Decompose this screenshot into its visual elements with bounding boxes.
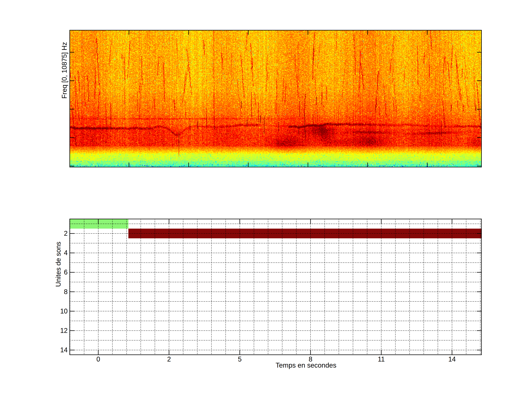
spectrogram-axes <box>70 30 482 167</box>
x-tick-label-0: 0 <box>87 355 109 363</box>
y-tick-label-2: 2 <box>38 230 68 237</box>
y-tick-label-14: 14 <box>38 346 68 354</box>
y-tick-label-12: 12 <box>38 327 68 335</box>
spectrogram-plot-area <box>70 30 482 167</box>
spectrogram-frame <box>70 30 481 167</box>
x-tick-label-14: 14 <box>441 355 463 363</box>
y-tick-label-6: 6 <box>38 268 68 276</box>
units-plot-frame <box>70 219 481 355</box>
x-tick-label-5: 5 <box>229 355 251 363</box>
y-tick-label-4: 4 <box>38 249 68 257</box>
y-tick-label-8: 8 <box>38 288 68 296</box>
x-tick-label-8: 8 <box>299 355 322 363</box>
x-tick-label-2: 2 <box>158 355 180 363</box>
units-plot-area <box>70 219 482 355</box>
x-tick-label-11: 11 <box>370 355 392 363</box>
matlab-figure: Freq [0, 10875] Hz Unites de sons Temps … <box>0 0 532 399</box>
units-plot-svg <box>70 219 482 355</box>
y-tick-label-10: 10 <box>38 307 68 315</box>
